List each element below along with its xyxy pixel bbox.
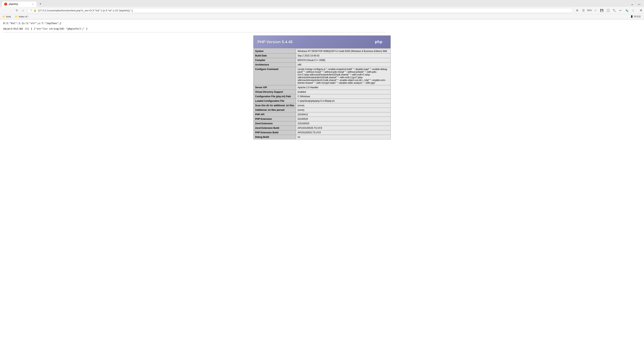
bookmark-button[interactable]: ☆ bbox=[592, 8, 598, 13]
extension-icon-btn[interactable]: 🔧 bbox=[612, 8, 617, 13]
tools-bookmark[interactable]: 📁 tools bbox=[2, 15, 12, 18]
new-tab-button[interactable]: + bbox=[38, 1, 43, 7]
save-icon: 💾 bbox=[600, 9, 604, 12]
undo-button[interactable]: ↩ bbox=[618, 8, 623, 13]
address-bar[interactable]: 🛡 🔒 127.0.0.1/unserialize/function/test.… bbox=[28, 8, 573, 13]
minimize-button[interactable]: — bbox=[636, 2, 642, 6]
table-cell-value: no bbox=[296, 135, 391, 140]
undo-icon: ↩ bbox=[619, 9, 622, 12]
table-cell-value: Apache 2.0 Handler bbox=[296, 85, 391, 90]
debug-line-2: object(Vul)#2 (1) { ["str"]=> string(10)… bbox=[3, 27, 641, 31]
php-logo: php bbox=[371, 38, 386, 46]
table-cell-label: Server API bbox=[254, 85, 296, 90]
table-cell-value: enabled bbox=[296, 90, 391, 94]
table-row: Server APIApache 2.0 Handler bbox=[254, 85, 391, 90]
tab-favicon bbox=[4, 2, 7, 6]
table-cell-value: MSVC9 (Visual C++ 2008) bbox=[296, 58, 391, 62]
save-button[interactable]: 💾 bbox=[599, 8, 604, 13]
address-text: 127.0.0.1/unserialize/function/test.php?… bbox=[38, 9, 570, 12]
table-cell-label: Configuration File (php.ini) Path bbox=[254, 94, 296, 99]
table-row: Zend Extension BuildAPI220100525,TS,VC9 bbox=[254, 126, 391, 130]
table-row: PHP Extension BuildAPI20100525,TS,VC9 bbox=[254, 130, 391, 135]
puzzle-icon: 🔧 bbox=[612, 9, 616, 12]
table-cell-label: Additional .ini files parsed bbox=[254, 108, 296, 112]
page-content: O:3:"Vul":1:{s:3:"str";s:7:"JayChou";} o… bbox=[0, 20, 644, 337]
active-tab[interactable]: phpinfo() × bbox=[2, 1, 37, 7]
table-cell-value: 20100525 bbox=[296, 117, 391, 121]
index-bookmark[interactable]: 📁 Index of / bbox=[14, 15, 29, 18]
back-button[interactable]: ← bbox=[2, 8, 7, 13]
table-row: PHP API20100412 bbox=[254, 112, 391, 117]
addon-icon: 🔩 bbox=[625, 9, 628, 12]
tab-title: phpinfo() bbox=[9, 3, 30, 6]
table-cell-label: Zend Extension bbox=[254, 121, 296, 126]
table-cell-value: 220100525 bbox=[296, 121, 391, 126]
reader-view-button[interactable]: ☰ bbox=[581, 8, 586, 13]
table-cell-value: Sep 2 2015 23:45:53 bbox=[296, 54, 391, 58]
tools-folder-icon: 📁 bbox=[2, 15, 5, 18]
table-cell-label: Build Date bbox=[254, 54, 296, 58]
tab-menu-button[interactable]: ⌄ bbox=[629, 1, 635, 7]
close-button[interactable]: ✕ bbox=[636, 8, 642, 12]
table-row: PHP Extension20100525 bbox=[254, 117, 391, 121]
table-row: Additional .ini files parsed(none) bbox=[254, 108, 391, 112]
index-bookmark-label: Index of / bbox=[19, 15, 28, 18]
refresh-button[interactable]: ↻ bbox=[14, 8, 20, 13]
debug-line-1: O:3:"Vul":1:{s:3:"str";s:7:"JayChou";} bbox=[3, 21, 641, 25]
table-cell-value: x86 bbox=[296, 62, 391, 67]
table-cell-value: C:\Windows bbox=[296, 94, 391, 99]
addon-button[interactable]: 🔩 bbox=[624, 8, 630, 13]
table-cell-label: PHP Extension bbox=[254, 117, 296, 121]
toolbar-right: ⚙ ☰ 90% ☆ 💾 📋 🔧 ↩ 🔩 bbox=[574, 8, 636, 13]
phpinfo-table: SystemWindows NT DESKTOP-6DBQCEP 6.2 bui… bbox=[253, 49, 391, 140]
refresh-icon: ↻ bbox=[16, 9, 18, 12]
extensions-button[interactable]: ⚙ bbox=[574, 8, 580, 13]
table-cell-value: (none) bbox=[296, 108, 391, 112]
table-cell-label: Architecture bbox=[254, 62, 296, 67]
extensions-icon: ⚙ bbox=[576, 9, 578, 12]
table-cell-label: Scan this dir for additional .ini files bbox=[254, 103, 296, 108]
php-version-text: PHP Version 5.4.45 bbox=[258, 40, 293, 44]
table-row: Configure Commandcscript /nologo configu… bbox=[254, 67, 391, 85]
table-cell-label: Configure Command bbox=[254, 67, 296, 85]
window-button[interactable]: □ bbox=[630, 8, 636, 13]
home-button[interactable]: ⌂ bbox=[20, 8, 26, 13]
table-cell-label: PHP API bbox=[254, 112, 296, 117]
table-row: Build DateSep 2 2015 23:45:53 bbox=[254, 54, 391, 58]
lock-icon: 🔒 bbox=[34, 9, 36, 12]
table-row: Loaded Configuration FileC:\phpStudy\php… bbox=[254, 99, 391, 103]
table-cell-value: 20100412 bbox=[296, 112, 391, 117]
address-url: 127.0.0.1/unserialize/function/test.php?… bbox=[38, 9, 133, 12]
back-icon: ← bbox=[3, 9, 6, 12]
table-cell-value: API220100525,TS,VC9 bbox=[296, 126, 391, 130]
bookmarks-bar: 📁 tools 📁 Index of / 📱 移动设 bbox=[0, 14, 644, 19]
close-icon: ✕ bbox=[640, 8, 642, 12]
star-icon: ☆ bbox=[594, 9, 597, 12]
tab-bar: phpinfo() × + ⌄ — bbox=[0, 0, 644, 7]
window-icon: □ bbox=[632, 9, 634, 12]
table-row: CompilerMSVC9 (Visual C++ 2008) bbox=[254, 58, 391, 62]
table-cell-value: Windows NT DESKTOP-6DBQCEP 6.2 build 920… bbox=[296, 49, 391, 54]
forward-button[interactable]: → bbox=[8, 8, 13, 13]
debug-output-2: object(Vul)#2 (1) { ["str"]=> string(10)… bbox=[3, 27, 641, 31]
php-header: PHP Version 5.4.45 php bbox=[253, 36, 391, 48]
table-cell-label: PHP Extension Build bbox=[254, 130, 296, 135]
table-cell-value: API20100525,TS,VC9 bbox=[296, 130, 391, 135]
table-cell-label: Virtual Directory Support bbox=[254, 90, 296, 94]
reader-icon: ☰ bbox=[582, 9, 585, 12]
tab-close-button[interactable]: × bbox=[31, 2, 34, 6]
table-cell-value: (none) bbox=[296, 103, 391, 108]
table-row: Virtual Directory Supportenabled bbox=[254, 90, 391, 94]
table-cell-label: Compiler bbox=[254, 58, 296, 62]
mobile-icon: 📱 bbox=[630, 15, 633, 18]
copy-button[interactable]: 📋 bbox=[605, 8, 611, 13]
table-row: Configuration File (php.ini) PathC:\Wind… bbox=[254, 94, 391, 99]
index-folder-icon: 📁 bbox=[15, 15, 18, 18]
mobile-label: 移动设 bbox=[634, 15, 641, 18]
mobile-device-btn[interactable]: 📱 移动设 bbox=[629, 14, 642, 18]
browser-chrome: phpinfo() × + ⌄ — ← → ↻ ⌂ 🛡 🔒 127.0.0.1/… bbox=[0, 0, 644, 20]
table-cell-value: C:\phpStudy\php\php-5.4.45\php.ini bbox=[296, 99, 391, 103]
debug-output-1: O:3:"Vul":1:{s:3:"str";s:7:"JayChou";} bbox=[3, 21, 641, 25]
tools-bookmark-label: tools bbox=[6, 15, 11, 18]
security-shield-icon: 🛡 bbox=[30, 9, 32, 12]
